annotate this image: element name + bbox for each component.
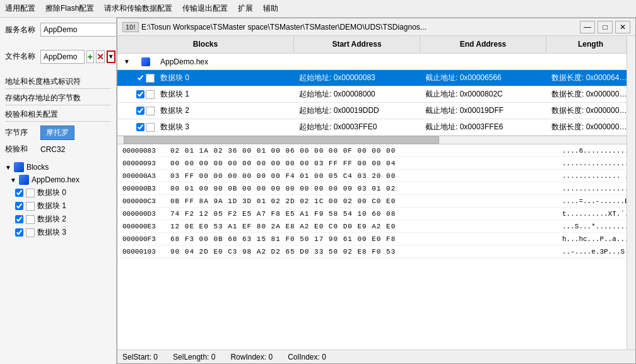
block2-label: 数据块 2 — [37, 214, 66, 225]
table-row-2[interactable]: 数据块 2 起始地址: 0x00019DDD 截止地址: 0x00019DFF … — [117, 103, 635, 119]
file-name-row: 文件名称 + ✕ ▼ 隐藏删除按键 — [5, 40, 111, 73]
content-area: 服务名称 文件名称 + ✕ ▼ 隐藏删除按键 地址和长度格式标识符 — [0, 18, 636, 364]
left-panel: 服务名称 文件名称 + ✕ ▼ 隐藏删除按键 地址和长度格式标识符 — [0, 18, 117, 364]
menu-transfer-exit[interactable]: 传输退出配置 — [182, 3, 228, 14]
col-header-end: End Address — [420, 36, 546, 53]
hex-bytes-2: 03 FF 00 00 00 00 00 00 F4 01 00 05 C4 0… — [168, 172, 560, 180]
row3-length: 数据长度: 0x00000007=77 — [546, 120, 635, 134]
row2-end: 截止地址: 0x00019DFF — [420, 104, 546, 117]
hex-line-3: 000000B300 01 00 00 0B 00 00 00 00 00 00… — [117, 182, 635, 195]
hex-chars-2: .............. . — [560, 172, 635, 180]
hex-chars-6: ...S...*........ — [560, 223, 635, 230]
row1-checkbox[interactable] — [136, 90, 144, 98]
file-row-icon — [141, 57, 150, 66]
file-node-cell: AppDemo.hex — [155, 56, 635, 68]
blocks-expand-icon[interactable]: ▼ — [5, 164, 11, 171]
hex-bytes-6: 12 0E E0 53 A1 EF 80 2A E8 A2 E0 C0 D0 E… — [168, 223, 560, 230]
left-block-0: 数据块 0 — [5, 186, 111, 199]
block2-checkbox[interactable] — [15, 215, 23, 223]
col-index-status: ColIndex: 0 — [288, 353, 326, 361]
left-file-node: ▼ AppDemo.hex — [5, 173, 111, 186]
hex-bytes-4: 0B FF 8A 9A 1D 3D 01 02 2D 02 1C 00 02 0… — [168, 197, 560, 205]
block3-checkbox[interactable] — [15, 228, 23, 237]
hex-line-8: 0000010390 04 2D E0 C3 98 A2 D2 65 D0 33… — [117, 245, 635, 258]
file-expand-icon[interactable]: ▼ — [10, 177, 16, 184]
row0-length: 数据长度: 0x000064E4=2588... — [546, 71, 635, 85]
column-headers: Blocks Start Address End Address Length — [117, 36, 635, 54]
menu-extend[interactable]: 扩展 — [238, 3, 253, 14]
left-file-name: AppDemo.hex — [32, 175, 80, 184]
remove-file-button[interactable]: ✕ — [96, 50, 105, 63]
menu-request-transfer[interactable]: 请求和传输数据配置 — [104, 3, 172, 14]
hex-addr-4: 000000C3 — [117, 197, 168, 205]
hex-bytes-8: 90 04 2D E0 C3 98 A2 D2 65 D0 33 50 02 E… — [168, 248, 560, 255]
left-block-3: 数据块 3 — [5, 226, 111, 239]
block1-icon — [26, 202, 35, 211]
table-row-3[interactable]: 数据块 3 起始地址: 0x0003FFE0 截止地址: 0x0003FFE6 … — [117, 119, 635, 136]
h-scroll-thumb[interactable] — [124, 136, 439, 144]
hex-addr-6: 000000E3 — [117, 223, 168, 230]
hex-chars-8: ..-....e.3P...S — [560, 248, 635, 255]
row0-checkbox[interactable] — [136, 74, 144, 82]
table-rows: ▼ AppDemo.hex 数据块 0 — [117, 54, 635, 136]
crc-row: 校验和 CRC32 — [5, 144, 111, 155]
hex-chars-5: t..........XT.`. — [560, 210, 635, 218]
hex-addr-8: 00000103 — [117, 248, 168, 255]
modal-minimize-button[interactable]: — — [580, 21, 595, 33]
block1-checkbox[interactable] — [15, 202, 23, 210]
blocks-icon — [14, 162, 24, 172]
menu-assist[interactable]: 辅助 — [263, 3, 278, 14]
byte-order-row: 字节序 摩托罗 — [5, 126, 111, 140]
service-name-row: 服务名称 — [5, 23, 111, 37]
row2-start: 起始地址: 0x00019DDD — [294, 104, 420, 117]
v-scrollbar[interactable] — [627, 36, 635, 349]
hex-bytes-7: 68 F3 00 0B 68 63 15 81 F0 50 17 90 61 0… — [168, 235, 560, 243]
row-index-status: RowIndex: 0 — [230, 353, 273, 361]
hex-chars-4: ....=...-......E — [560, 197, 635, 205]
row1-start: 起始地址: 0x00008000 — [294, 88, 420, 101]
left-blocks-tree: ▼ Blocks ▼ AppDemo.hex 数据块 0 — [5, 161, 111, 239]
modal-restore-button[interactable]: □ — [598, 21, 613, 33]
col-header-blocks: Blocks — [117, 36, 294, 53]
checksum-config-section: 校验和相关配置 — [5, 109, 111, 122]
hex-line-0: 0000008302 01 1A 02 36 00 01 00 06 00 00… — [117, 144, 635, 157]
h-scrollbar[interactable] — [117, 136, 635, 144]
status-bar: SelStart: 0 SelLength: 0 RowIndex: 0 Col… — [117, 349, 635, 363]
row1-expand — [117, 93, 136, 96]
sel-length-status: SelLength: 0 — [173, 353, 215, 361]
row2-checkbox[interactable] — [136, 107, 144, 115]
hex-chars-7: h...hc...P..a... — [560, 235, 635, 243]
hex-chars-0: ....6........... — [560, 147, 635, 155]
menu-general-config[interactable]: 通用配置 — [5, 3, 35, 14]
service-name-input[interactable] — [40, 23, 117, 37]
left-block-2: 数据块 2 — [5, 213, 111, 226]
file-row-expand[interactable]: ▼ — [117, 57, 136, 66]
add-file-button[interactable]: + — [86, 50, 94, 63]
modal-title-icon: 10! — [122, 22, 139, 32]
file-name-input[interactable] — [40, 50, 85, 64]
row0-icon — [146, 74, 155, 83]
file-dropdown-button[interactable]: ▼ — [107, 50, 115, 63]
row2-length: 数据长度: 0x00000023=395 — [546, 104, 635, 117]
row3-start: 起始地址: 0x0003FFE0 — [294, 120, 420, 134]
file-icon — [19, 175, 29, 185]
byte-order-button[interactable]: 摩托罗 — [40, 126, 74, 140]
row3-expand — [117, 126, 136, 129]
block0-checkbox[interactable] — [15, 189, 23, 197]
hex-addr-5: 000000D3 — [117, 210, 168, 218]
hex-line-6: 000000E312 0E E0 53 A1 EF 80 2A E8 A2 E0… — [117, 220, 635, 233]
row2-icon — [146, 107, 155, 115]
block2-icon — [26, 215, 35, 224]
modal-close-button[interactable]: ✕ — [615, 21, 630, 33]
row0-name: 数据块 0 — [155, 71, 294, 85]
hex-addr-0: 00000083 — [117, 147, 168, 155]
right-area: 10! E:\Tosun Workspace\TSMaster space\TS… — [117, 18, 636, 364]
table-row-1[interactable]: 数据块 1 起始地址: 0x00008000 截止地址: 0x0000802C … — [117, 86, 635, 103]
service-name-label: 服务名称 — [5, 25, 37, 35]
file-name-label: 文件名称 — [5, 51, 37, 62]
table-row-0[interactable]: 数据块 0 起始地址: 0x00000083 截止地址: 0x00006566 … — [117, 70, 635, 86]
menu-erase-flash[interactable]: 擦除Flash配置 — [45, 3, 94, 14]
crc-value: CRC32 — [40, 145, 65, 154]
hex-bytes-0: 02 01 1A 02 36 00 01 00 06 00 00 00 0F 0… — [168, 147, 560, 155]
row3-checkbox[interactable] — [136, 123, 144, 131]
